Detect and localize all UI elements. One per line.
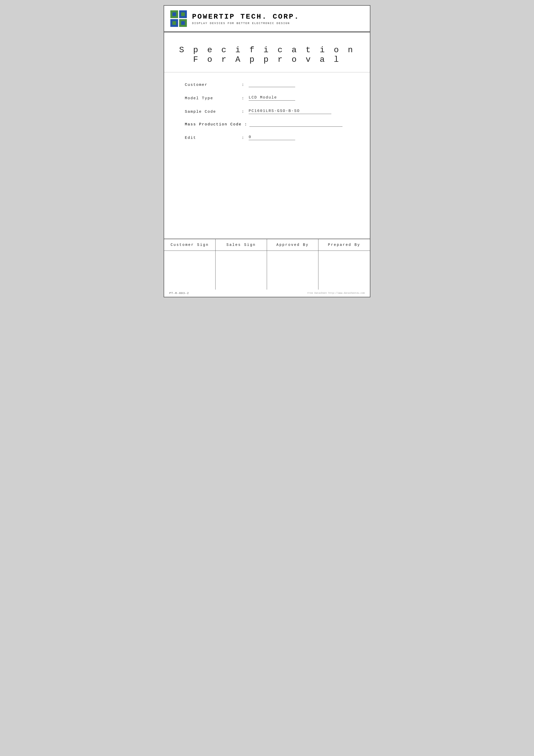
svg-rect-7	[181, 21, 185, 25]
prepared-by-cell	[318, 251, 370, 289]
company-logo	[170, 10, 187, 27]
header: POWERTIP TECH. CORP. DISPLAY DEVICES FOR…	[164, 6, 370, 32]
model-type-label: Model Type	[185, 96, 242, 100]
website-text: Free Datasheet http://www.datasheet4u.co…	[307, 292, 365, 294]
mass-production-row: Mass Production Code :	[185, 122, 349, 127]
svg-rect-5	[173, 21, 176, 25]
info-section: Customer : Model Type : LCD Module Sampl…	[164, 72, 370, 239]
customer-sign-cell	[164, 251, 216, 289]
sales-sign-cell	[216, 251, 267, 289]
model-type-colon: :	[242, 96, 245, 100]
svg-rect-3	[181, 13, 185, 16]
customer-value	[249, 86, 295, 87]
edit-label: Edit	[185, 136, 242, 140]
sample-code-value: PC1601LRS-GSO-B-SO	[249, 109, 331, 114]
model-type-row: Model Type : LCD Module	[185, 95, 349, 100]
company-tagline: DISPLAY DEVICES FOR BETTER ELECTRONIC DE…	[192, 22, 300, 25]
svg-rect-1	[173, 13, 176, 16]
table-body-row	[164, 251, 370, 289]
document-page: POWERTIP TECH. CORP. DISPLAY DEVICES FOR…	[164, 5, 370, 297]
title-section: S p e c i f i c a t i o n F o r A p p r …	[164, 32, 370, 72]
customer-sign-header: Customer Sign	[164, 239, 216, 251]
customer-colon: :	[242, 83, 245, 87]
sample-code-colon: :	[242, 110, 245, 114]
table-header-row: Customer Sign Sales Sign Approved By Pre…	[164, 239, 370, 251]
sample-code-label: Sample Code	[185, 110, 242, 114]
doc-number: PT-R-003-2	[169, 292, 189, 295]
edit-row: Edit : 0	[185, 135, 349, 140]
approved-by-cell	[267, 251, 318, 289]
sales-sign-header: Sales Sign	[216, 239, 267, 251]
spec-title: S p e c i f i c a t i o n F o r A p p r …	[174, 45, 360, 65]
model-type-value: LCD Module	[249, 95, 295, 100]
edit-value: 0	[249, 135, 295, 140]
mass-production-value	[250, 126, 342, 127]
prepared-by-header: Prepared By	[318, 239, 370, 251]
customer-label: Customer	[185, 83, 242, 87]
page-footer: PT-R-003-2 Free Datasheet http://www.dat…	[164, 289, 370, 297]
signature-table: Customer Sign Sales Sign Approved By Pre…	[164, 239, 370, 289]
company-name: POWERTIP TECH. CORP.	[192, 13, 300, 21]
approved-by-header: Approved By	[267, 239, 318, 251]
edit-colon: :	[242, 136, 245, 140]
sample-code-row: Sample Code : PC1601LRS-GSO-B-SO	[185, 109, 349, 114]
customer-row: Customer :	[185, 83, 349, 87]
mass-production-label: Mass Production Code :	[185, 122, 247, 127]
header-text: POWERTIP TECH. CORP. DISPLAY DEVICES FOR…	[192, 13, 300, 25]
